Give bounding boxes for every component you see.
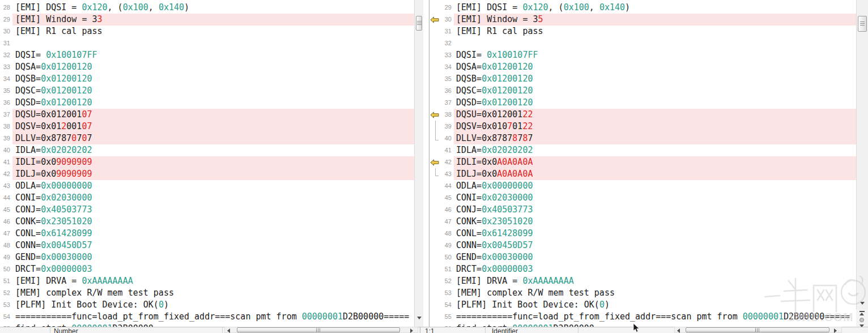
browse-object-dot-icon[interactable] bbox=[860, 318, 864, 322]
right-scroll-right-icon[interactable] bbox=[834, 328, 837, 333]
left-scroll-right-icon[interactable] bbox=[410, 328, 413, 333]
code-text[interactable]: DQSB=0x01200120 bbox=[12, 73, 414, 85]
line-number: 54 bbox=[0, 311, 12, 323]
code-text[interactable]: [EMI] DRVA = 0xAAAAAAAA bbox=[12, 275, 414, 287]
code-text[interactable]: DQSC=0x01200120 bbox=[454, 85, 856, 97]
code-text[interactable]: DQSI= 0x100107FF bbox=[454, 49, 856, 61]
left-hscroll-thumb[interactable] bbox=[237, 327, 400, 332]
code-text[interactable]: CONL=0x61428099 bbox=[454, 228, 856, 240]
left-scroll-down-icon[interactable] bbox=[417, 317, 422, 319]
code-text[interactable]: DQSI= 0x100107FF bbox=[12, 49, 414, 61]
code-text[interactable]: DRCT=0x00000003 bbox=[454, 263, 856, 275]
code-line: 43ODLA=0x00000000 bbox=[0, 180, 414, 192]
code-text[interactable]: CONK=0x23051020 bbox=[454, 216, 856, 228]
code-text[interactable]: IDLI=0x0A0A0A0A bbox=[454, 156, 856, 168]
code-text[interactable]: ===========func=load_pt_from_fixed_addr=… bbox=[454, 311, 856, 323]
diff-gutter-cell bbox=[429, 49, 441, 61]
code-line: 38DQSV=0x01200107 bbox=[0, 121, 414, 133]
left-vscroll-thumb[interactable] bbox=[416, 16, 422, 31]
code-text[interactable]: DQSA=0x01200120 bbox=[454, 61, 856, 73]
code-text[interactable]: CONI=0x02030000 bbox=[454, 192, 856, 204]
code-text[interactable]: [EMI] Window = 35 bbox=[454, 14, 856, 25]
line-number: 40 bbox=[441, 133, 454, 144]
code-text[interactable]: DQSD=0x01200120 bbox=[454, 97, 856, 109]
left-horizontal-scrollbar[interactable] bbox=[224, 327, 418, 333]
code-text[interactable]: IDLJ=0x09090909 bbox=[12, 168, 414, 180]
code-text[interactable]: DLLV=0x87870707 bbox=[12, 133, 414, 144]
code-text[interactable]: CONK=0x23051020 bbox=[12, 216, 414, 228]
code-text[interactable]: IDLA=0x02020202 bbox=[12, 144, 414, 156]
code-text[interactable]: IDLJ=0x0A0A0A0A bbox=[454, 168, 856, 180]
code-line: 36DQSC=0x01200120 bbox=[429, 85, 856, 97]
code-text[interactable]: [PLFM] Init Boot Device: OK(0) bbox=[454, 299, 856, 311]
right-scroll-left-icon[interactable] bbox=[677, 328, 680, 333]
code-text[interactable]: [MEM] complex R/W mem test pass bbox=[454, 287, 856, 299]
code-text[interactable]: [EMI] R1 cal pass bbox=[12, 25, 414, 37]
merge-left-arrow-icon[interactable] bbox=[429, 14, 441, 25]
code-text[interactable]: [EMI] DQSI = 0x120, (0x100, 0x140) bbox=[454, 2, 856, 14]
code-text[interactable]: DQSA=0x01200120 bbox=[12, 61, 414, 73]
code-text[interactable]: [EMI] Window = 33 bbox=[12, 14, 414, 25]
merge-left-arrow-icon[interactable] bbox=[429, 109, 441, 121]
code-text[interactable]: [PLFM] Init Boot Device: OK(0) bbox=[12, 299, 414, 311]
code-text[interactable]: DQSU=0x01200107 bbox=[12, 109, 414, 121]
merge-left-arrow-icon[interactable] bbox=[429, 156, 441, 168]
code-text[interactable]: CONN=0x00450D57 bbox=[12, 240, 414, 251]
code-text[interactable]: DRCT=0x00000003 bbox=[12, 263, 414, 275]
line-number: 55 bbox=[0, 323, 12, 327]
line-number: 56 bbox=[441, 323, 454, 327]
code-text[interactable]: DQSV=0x01070122 bbox=[454, 121, 856, 133]
code-text[interactable]: DQSV=0x01200107 bbox=[12, 121, 414, 133]
right-horizontal-scrollbar[interactable] bbox=[674, 327, 842, 333]
line-number: 46 bbox=[441, 204, 454, 216]
right-vscroll-thumb[interactable] bbox=[858, 16, 867, 32]
line-number: 48 bbox=[0, 240, 12, 251]
code-text[interactable]: [EMI] DRVA = 0xAAAAAAAA bbox=[454, 275, 856, 287]
code-line: 54===========func=load_pt_from_fixed_add… bbox=[0, 311, 414, 323]
code-text[interactable]: [MEM] complex R/W mem test pass bbox=[12, 287, 414, 299]
code-text[interactable]: DQSC=0x01200120 bbox=[12, 85, 414, 97]
code-text[interactable]: IDLA=0x02020202 bbox=[454, 144, 856, 156]
code-text[interactable]: DQSB=0x01200120 bbox=[454, 73, 856, 85]
code-line: 41IDLA=0x02020202 bbox=[429, 144, 856, 156]
code-text[interactable]: GEND=0x00030000 bbox=[454, 251, 856, 263]
line-number: 36 bbox=[0, 97, 12, 109]
code-text[interactable]: CONL=0x61428099 bbox=[12, 228, 414, 240]
code-text[interactable]: [EMI] R1 cal pass bbox=[454, 25, 856, 37]
code-text[interactable]: ODLA=0x00000000 bbox=[12, 180, 414, 192]
code-text[interactable] bbox=[454, 37, 856, 49]
right-scroll-down-icon[interactable] bbox=[860, 302, 865, 305]
code-line: 35DQSC=0x01200120 bbox=[0, 85, 414, 97]
code-text[interactable]: CONJ=0x40503773 bbox=[454, 204, 856, 216]
code-text[interactable]: CONI=0x02030000 bbox=[12, 192, 414, 204]
diff-gutter-cell bbox=[429, 228, 441, 240]
line-number: 30 bbox=[0, 25, 12, 37]
code-text[interactable]: CONN=0x00450D57 bbox=[454, 240, 856, 251]
right-hscroll-thumb[interactable] bbox=[686, 327, 829, 332]
code-text[interactable]: GEND=0x00030000 bbox=[12, 251, 414, 263]
diff-gutter-cell bbox=[429, 25, 441, 37]
line-number: 41 bbox=[441, 144, 454, 156]
code-line: 37DQSD=0x01200120 bbox=[429, 97, 856, 109]
left-vertical-scrollbar[interactable] bbox=[414, 0, 423, 327]
code-text[interactable]: DLLV=0x87878787 bbox=[454, 133, 856, 144]
line-number: 33 bbox=[441, 49, 454, 61]
code-text[interactable]: find start 00000001D2B00000 bbox=[454, 323, 856, 327]
code-text[interactable]: ===========func=load_pt_from_fixed_addr=… bbox=[12, 311, 414, 323]
code-text[interactable] bbox=[12, 37, 414, 49]
code-text[interactable]: [EMI] DQSI = 0x120, (0x100, 0x140) bbox=[12, 2, 414, 14]
diff-gutter-cell bbox=[429, 133, 441, 144]
code-text[interactable]: IDLI=0x09090909 bbox=[12, 156, 414, 168]
code-line: 50GEND=0x00030000 bbox=[429, 251, 856, 263]
code-text[interactable]: ODLA=0x00000000 bbox=[454, 180, 856, 192]
scroll-top-icon[interactable] bbox=[860, 311, 865, 312]
code-text[interactable]: find start 00000001D2B00000 bbox=[12, 323, 414, 327]
diff-gutter-cell bbox=[429, 85, 441, 97]
code-text[interactable]: DQSU=0x01200122 bbox=[454, 109, 856, 121]
scroll-top-icon[interactable] bbox=[860, 313, 864, 315]
code-line: 33DQSA=0x01200120 bbox=[0, 61, 414, 73]
code-text[interactable]: DQSD=0x01200120 bbox=[12, 97, 414, 109]
right-vertical-scrollbar[interactable] bbox=[856, 0, 868, 309]
left-scroll-left-icon[interactable] bbox=[227, 328, 230, 333]
code-text[interactable]: CONJ=0x40503773 bbox=[12, 204, 414, 216]
